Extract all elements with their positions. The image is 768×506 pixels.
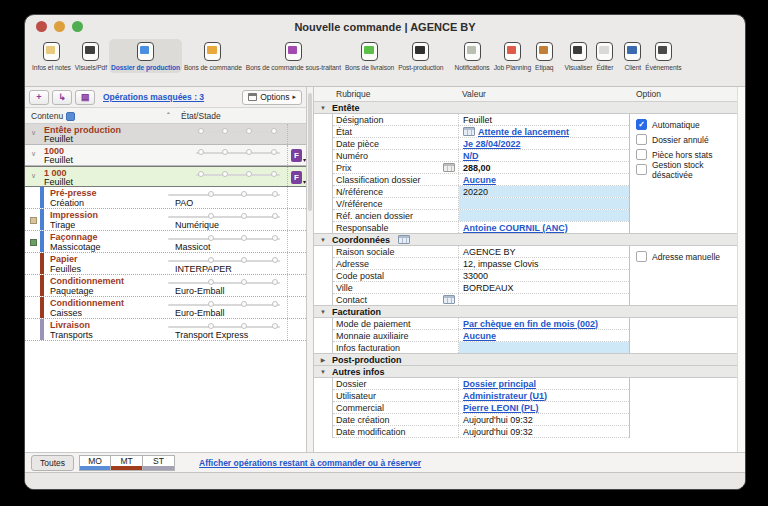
- state-slider[interactable]: [168, 257, 280, 265]
- etat-stade-column-header[interactable]: État/Stade: [181, 111, 221, 121]
- group-row-1000[interactable]: ∨ 1000 Feuillet F ▾: [25, 145, 306, 166]
- toolbar-item-dossier-de-production[interactable]: Dossier de production: [109, 39, 182, 73]
- contenu-filter-icon[interactable]: [66, 112, 75, 121]
- v-reference-input[interactable]: [459, 198, 629, 209]
- checkbox[interactable]: ✓: [636, 251, 647, 262]
- date-piece-link[interactable]: Je 28/04/2022: [463, 139, 521, 149]
- prix-value[interactable]: 288,00: [459, 162, 629, 173]
- adresse-value[interactable]: 12, impasse Clovis: [459, 258, 629, 269]
- numero-link[interactable]: N/D: [463, 151, 479, 161]
- checkbox[interactable]: ✓: [636, 164, 647, 175]
- designation-value[interactable]: Feuillet: [459, 114, 629, 125]
- option-gestion-stock[interactable]: ✓ Gestion stock désactivée: [636, 162, 737, 177]
- operation-row-papier[interactable]: Papier Feuilles INTERPAPER: [25, 253, 306, 275]
- toolbar-item-job-planning[interactable]: Job Planning: [492, 39, 533, 73]
- operation-row-livraison[interactable]: Livraison Transports Transport Express: [25, 319, 306, 341]
- commercial-link[interactable]: Pierre LEONI (PL): [463, 403, 539, 413]
- infos-facturation-input[interactable]: [459, 342, 629, 353]
- filter-tab-mt[interactable]: MT: [111, 455, 143, 471]
- n-reference-input[interactable]: 20220: [459, 186, 629, 197]
- operation-row-conditionnement-paquetage[interactable]: Conditionnement Paquetage Euro-Emball: [25, 275, 306, 297]
- checkbox[interactable]: ✓: [636, 119, 647, 130]
- filter-tab-mo[interactable]: MO: [79, 455, 111, 471]
- state-slider[interactable]: [196, 128, 280, 136]
- toolbar-item-bons-sous-traitant[interactable]: Bons de commande sous-traitant: [244, 39, 343, 73]
- contact-value[interactable]: [459, 294, 629, 305]
- section-header-coordonnees[interactable]: ▼ Coordonnées: [314, 233, 737, 246]
- show-remaining-operations-link[interactable]: Afficher opérations restant à commander …: [199, 458, 421, 468]
- minimize-window-button[interactable]: [54, 21, 65, 32]
- format-badge[interactable]: F: [291, 171, 302, 184]
- contact-card-icon[interactable]: [443, 295, 455, 304]
- toolbar-item-evenements[interactable]: Événements: [643, 39, 683, 73]
- responsable-link[interactable]: Antoine COURNIL (ANC): [463, 223, 568, 233]
- state-slider[interactable]: [168, 279, 280, 287]
- toolbar-item-visuels-pdf[interactable]: Visuels/Pdf: [73, 39, 109, 73]
- chevron-down-icon[interactable]: ∨: [31, 172, 36, 180]
- badge-caret-icon: ▾: [303, 178, 306, 185]
- utilisateur-link[interactable]: Administrateur (U1): [463, 391, 547, 401]
- filter-tab-toutes[interactable]: Toutes: [31, 455, 74, 471]
- state-slider[interactable]: [168, 213, 280, 221]
- address-card-icon[interactable]: [398, 235, 410, 244]
- price-grid-icon[interactable]: [443, 163, 455, 172]
- group-row-entete-production[interactable]: ∨ Entête production Feuillet: [25, 124, 306, 145]
- code-postal-value[interactable]: 33000: [459, 270, 629, 281]
- state-slider[interactable]: [168, 235, 280, 243]
- operation-row-pre-presse[interactable]: Pré-presse Création PAO: [25, 187, 306, 209]
- state-slider[interactable]: [168, 323, 280, 331]
- toolbar-item-notifications[interactable]: Notifications: [452, 39, 491, 73]
- contenu-column-header[interactable]: Contenu: [31, 111, 63, 121]
- group-row-1000-selected[interactable]: ∨ 1 000 Feuillet F ▾: [25, 166, 306, 187]
- classification-link[interactable]: Aucune: [463, 175, 496, 185]
- add-operation-button[interactable]: +: [29, 90, 49, 105]
- section-header-autres-infos[interactable]: ▼ Autres infos: [314, 365, 737, 378]
- field-row-commercial: Commercial Pierre LEONI (PL): [333, 402, 629, 414]
- paste-operation-button[interactable]: ▤: [75, 90, 95, 105]
- state-slider[interactable]: [168, 191, 280, 199]
- zoom-window-button[interactable]: [72, 21, 83, 32]
- mode-paiement-link[interactable]: Par chèque en fin de mois (002): [463, 319, 598, 329]
- toolbar-item-client[interactable]: Client: [622, 39, 643, 73]
- option-adresse-manuelle[interactable]: ✓ Adresse manuelle: [636, 249, 737, 264]
- raison-sociale-value[interactable]: AGENCE BY: [459, 246, 629, 257]
- etat-link[interactable]: Attente de lancement: [478, 127, 569, 137]
- chevron-down-icon[interactable]: ∨: [31, 150, 36, 158]
- dossier-link[interactable]: Dossier principal: [463, 379, 536, 389]
- close-window-button[interactable]: [36, 21, 47, 32]
- toolbar-item-infos-et-notes[interactable]: Infos et notes: [30, 39, 73, 73]
- toolbar-item-visualiser[interactable]: Visualiser: [562, 39, 594, 73]
- ville-value[interactable]: BORDEAUX: [459, 282, 629, 293]
- toolbar-item-etipaq[interactable]: Etipaq: [533, 39, 555, 73]
- scrollbar-thumb[interactable]: [308, 93, 312, 211]
- right-panel-scrollbar[interactable]: [737, 87, 745, 452]
- entete-options: ✓ Automatique ✓ Dossier annulé ✓ Pièce h…: [629, 114, 737, 234]
- toolbar-item-editer[interactable]: Éditer: [594, 39, 615, 73]
- operation-row-faconnage[interactable]: Façonnage Massicotage Massicot: [25, 231, 306, 253]
- section-header-facturation[interactable]: ▼ Facturation: [314, 305, 737, 318]
- options-button[interactable]: Options ▸: [242, 90, 302, 105]
- state-slider[interactable]: [196, 171, 280, 179]
- ref-ancien-input[interactable]: [459, 210, 629, 221]
- insert-operation-button[interactable]: ↳: [52, 90, 72, 105]
- state-slider[interactable]: [196, 149, 280, 157]
- chevron-down-icon[interactable]: ∨: [31, 129, 36, 137]
- toolbar-item-bons-de-commande[interactable]: Bons de commande: [182, 39, 244, 73]
- left-panel-scrollbar[interactable]: [307, 87, 314, 452]
- option-dossier-annule[interactable]: ✓ Dossier annulé: [636, 132, 737, 147]
- state-table-icon[interactable]: [463, 127, 475, 136]
- toolbar-item-post-production[interactable]: Post-production: [396, 39, 445, 73]
- state-slider[interactable]: [168, 301, 280, 309]
- operation-row-impression[interactable]: Impression Tirage Numérique: [25, 209, 306, 231]
- hidden-operations-link[interactable]: Opérations masquées : 3: [103, 92, 204, 102]
- section-header-entete[interactable]: ▼ Entête: [314, 101, 737, 114]
- monnaie-auxiliaire-link[interactable]: Aucune: [463, 331, 496, 341]
- operation-row-conditionnement-caisses[interactable]: Conditionnement Caisses Euro-Emball: [25, 297, 306, 319]
- checkbox[interactable]: ✓: [636, 134, 647, 145]
- filter-tab-st[interactable]: ST: [143, 455, 175, 471]
- format-badge[interactable]: F: [291, 149, 302, 162]
- checkbox[interactable]: ✓: [636, 149, 647, 160]
- filter-bar: Toutes MO MT ST Afficher opérations rest…: [25, 452, 745, 472]
- option-automatique[interactable]: ✓ Automatique: [636, 117, 737, 132]
- toolbar-item-bons-de-livraison[interactable]: Bons de livraison: [343, 39, 396, 73]
